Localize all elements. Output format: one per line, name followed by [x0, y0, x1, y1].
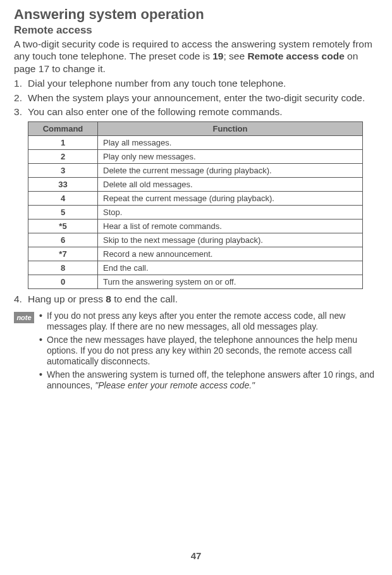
cmd-cell: *7	[28, 247, 98, 261]
note-list: If you do not press any keys after you e…	[39, 311, 378, 394]
fn-cell: Play only new messages.	[98, 150, 363, 164]
fn-cell: Turn the answering system on or off.	[98, 275, 363, 289]
section-heading: Remote access	[14, 24, 378, 37]
table-row: *7Record a new announcement.	[28, 247, 363, 261]
step4-text-2: to end the call.	[111, 294, 178, 304]
table-header-command: Command	[28, 122, 98, 136]
intro-text-2: ; see	[224, 51, 248, 61]
fn-cell: Hear a list of remote commands.	[98, 219, 363, 233]
cmd-cell: 1	[28, 136, 98, 150]
table-row: 0Turn the answering system on or off.	[28, 275, 363, 289]
table-row: 3Delete the current message (during play…	[28, 164, 363, 178]
fn-cell: Delete all old messages.	[98, 178, 363, 192]
intro-bold-ref: Remote access code	[247, 51, 344, 61]
step-item: Dial your telephone number from any touc…	[14, 77, 378, 89]
table-row: 5Stop.	[28, 206, 363, 219]
step-item: You can also enter one of the following …	[14, 106, 378, 118]
cmd-cell: 4	[28, 192, 98, 206]
cmd-cell: 8	[28, 261, 98, 275]
table-row: 1Play all messages.	[28, 136, 363, 150]
step4-key: 8	[106, 294, 111, 304]
note-badge: note	[14, 312, 34, 323]
cmd-cell: *5	[28, 219, 98, 233]
page-number: 47	[0, 550, 392, 561]
note-item: Once the new messages have played, the t…	[39, 335, 378, 367]
cmd-cell: 6	[28, 233, 98, 247]
fn-cell: End the call.	[98, 261, 363, 275]
table-row: 8End the call.	[28, 261, 363, 275]
table-row: 2Play only new messages.	[28, 150, 363, 164]
step-item: When the system plays your announcement,…	[14, 92, 378, 104]
fn-cell: Record a new announcement.	[98, 247, 363, 261]
table-row: 33Delete all old messages.	[28, 178, 363, 192]
table-row: 4Repeat the current message (during play…	[28, 192, 363, 206]
table-row: *5Hear a list of remote commands.	[28, 219, 363, 233]
fn-cell: Play all messages.	[98, 136, 363, 150]
fn-cell: Repeat the current message (during playb…	[98, 192, 363, 206]
note-block: note If you do not press any keys after …	[14, 311, 378, 394]
cmd-cell: 0	[28, 275, 98, 289]
page-title: Answering system operation	[14, 6, 378, 23]
cmd-cell: 33	[28, 178, 98, 192]
note-item: If you do not press any keys after you e…	[39, 311, 378, 332]
step-4: Hang up or press 8 to end the call.	[14, 293, 378, 305]
fn-cell: Stop.	[98, 206, 363, 219]
cmd-cell: 5	[28, 206, 98, 219]
note-item: When the answering system is turned off,…	[39, 369, 378, 391]
table-header-function: Function	[98, 122, 363, 136]
preset-code: 19	[212, 51, 223, 61]
step4-text-1: Hang up or press	[28, 294, 106, 304]
commands-table: Command Function 1Play all messages. 2Pl…	[28, 121, 363, 289]
table-row: 6Skip to the next message (during playba…	[28, 233, 363, 247]
note-italic: "Please enter your remote access code."	[95, 380, 255, 390]
fn-cell: Skip to the next message (during playbac…	[98, 233, 363, 247]
note-text: Once the new messages have played, the t…	[47, 335, 357, 366]
intro-paragraph: A two-digit security code is required to…	[14, 38, 378, 75]
note-text: If you do not press any keys after you e…	[47, 311, 345, 331]
steps-list: Dial your telephone number from any touc…	[14, 77, 378, 118]
cmd-cell: 2	[28, 150, 98, 164]
fn-cell: Delete the current message (during playb…	[98, 164, 363, 178]
cmd-cell: 3	[28, 164, 98, 178]
